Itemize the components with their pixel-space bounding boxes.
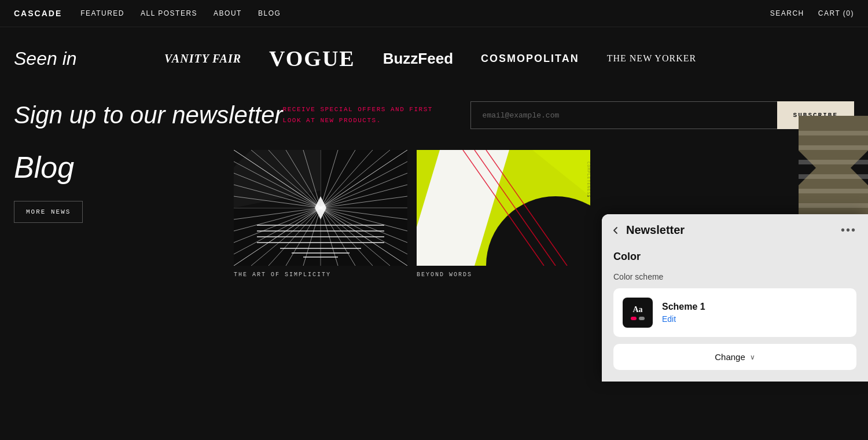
brand-new-yorker[interactable]: THE NEW YORKER (607, 53, 696, 64)
change-label: Change (715, 352, 745, 362)
scheme-name: Scheme 1 (662, 302, 705, 312)
nav-link-about[interactable]: ABOUT (214, 9, 242, 17)
newsletter-description: RECEIVE SPECIAL OFFERS AND FIRST LOOK AT… (283, 104, 457, 126)
navbar: CASCADE FEATURED ALL POSTERS ABOUT BLOG … (0, 0, 868, 27)
blog-card-1: THE ART OF SIMPLICITY (234, 150, 407, 278)
blog-image-2[interactable]: COMPLETENESS (417, 150, 590, 266)
dot-gray (639, 317, 645, 320)
blog-card-2: COMPLETENESS BEYOND WORDS (417, 150, 590, 278)
brand-cosmo[interactable]: COSMOPOLITAN (481, 53, 579, 65)
cart-button[interactable]: CART (0) (818, 9, 854, 17)
panel-header: Newsletter ••• (602, 214, 868, 244)
brand-vogue[interactable]: VOGUE (269, 46, 355, 71)
nav-left: CASCADE FEATURED ALL POSTERS ABOUT BLOG (14, 9, 281, 18)
panel-header-left: Newsletter (611, 223, 685, 237)
scheme-info: Scheme 1 Edit (662, 302, 705, 324)
panel-menu-button[interactable]: ••• (841, 223, 856, 237)
more-news-button[interactable]: MORE NEWS (14, 201, 83, 223)
panel-back-button[interactable] (611, 226, 620, 235)
brand-buzzfeed[interactable]: BuzzFeed (383, 50, 453, 68)
dot-orange (631, 317, 637, 320)
blog-heading: Blog (14, 150, 234, 185)
blog-image-1[interactable] (234, 150, 407, 266)
chevron-down-icon: ∨ (750, 353, 755, 361)
nav-right: SEARCH CART (0) (770, 9, 854, 17)
panel-title: Newsletter (626, 223, 685, 237)
seen-in-section: Seen in VANITY FAIR VOGUE BuzzFeed COSMO… (0, 27, 868, 85)
scheme-card: Aa Scheme 1 Edit (613, 288, 856, 337)
scheme-icon-text: Aa (632, 305, 642, 314)
nav-logo[interactable]: CASCADE (14, 9, 62, 18)
panel-section-title: Color (613, 251, 856, 263)
ellipsis-icon: ••• (841, 223, 856, 236)
newsletter-section: Sign up to our newsletter RECEIVE SPECIA… (0, 85, 868, 145)
change-button[interactable]: Change ∨ (613, 344, 856, 370)
newsletter-panel: Newsletter ••• Color Color scheme Aa Sch… (602, 214, 868, 382)
scheme-edit-button[interactable]: Edit (662, 314, 705, 324)
panel-color-scheme-label: Color scheme (613, 272, 856, 281)
email-input[interactable] (470, 101, 777, 129)
panel-body: Color Color scheme Aa Scheme 1 Edit Chan… (602, 244, 868, 382)
nav-link-all-posters[interactable]: ALL POSTERS (141, 9, 197, 17)
blog-left: Blog MORE NEWS (14, 150, 234, 278)
newsletter-desc-line2: LOOK AT NEW PRODUCTS. (283, 117, 381, 124)
nav-link-blog[interactable]: BLOG (258, 9, 281, 17)
blog-title-2: BEYOND WORDS (417, 272, 590, 278)
scheme-icon-dots (631, 317, 645, 320)
nav-link-featured[interactable]: FEATURED (80, 9, 124, 17)
brand-vanity-fair[interactable]: VANITY FAIR (164, 52, 241, 65)
back-icon (611, 226, 620, 235)
search-button[interactable]: SEARCH (770, 9, 804, 17)
seen-in-label: Seen in (14, 48, 164, 69)
nav-links: FEATURED ALL POSTERS ABOUT BLOG (80, 9, 281, 17)
newsletter-heading: Sign up to our newsletter (14, 102, 283, 129)
newsletter-form: SUBSCRIBE (470, 101, 854, 129)
newsletter-desc-line1: RECEIVE SPECIAL OFFERS AND FIRST (283, 106, 433, 113)
scheme-icon: Aa (623, 298, 653, 328)
blog-title-1: THE ART OF SIMPLICITY (234, 272, 407, 278)
brand-logos: VANITY FAIR VOGUE BuzzFeed COSMOPOLITAN … (164, 46, 854, 71)
